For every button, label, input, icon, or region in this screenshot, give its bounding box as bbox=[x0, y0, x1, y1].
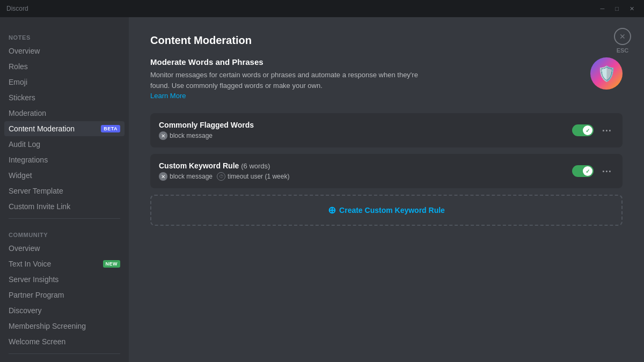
sidebar-item-overview-community[interactable]: Overview bbox=[4, 241, 125, 256]
plus-icon: ⊕ bbox=[328, 204, 336, 216]
block-icon-custom: ✕ bbox=[159, 172, 167, 181]
tag-label: block message bbox=[170, 132, 213, 139]
tag-label-timeout: timeout user (1 week) bbox=[228, 173, 289, 180]
sidebar-item-emoji[interactable]: Emoji bbox=[4, 75, 125, 90]
sidebar: NOTES Overview Roles Emoji Stickers Mode… bbox=[0, 17, 129, 362]
sidebar-item-label: Overview bbox=[9, 244, 40, 253]
sidebar-item-content-moderation[interactable]: Content Moderation BETA bbox=[4, 121, 125, 136]
sidebar-item-label: Text In Voice bbox=[9, 260, 51, 268]
sidebar-item-label: Widget bbox=[9, 171, 32, 180]
toggle-commonly-flagged[interactable]: ✓ bbox=[572, 124, 594, 136]
description-body: Monitor messages for certain words or ph… bbox=[150, 70, 419, 91]
beta-badge: BETA bbox=[101, 125, 120, 132]
close-button[interactable]: ✕ bbox=[626, 4, 638, 13]
sidebar-item-server-template[interactable]: Server Template bbox=[4, 183, 125, 198]
rule-tag-block: ✕ block message bbox=[159, 131, 213, 140]
sidebar-item-tiv-inner: Text In Voice bbox=[9, 260, 51, 268]
clock-icon: ⏱ bbox=[217, 172, 225, 181]
block-icon: ✕ bbox=[159, 131, 167, 140]
titlebar-title: Discord bbox=[6, 5, 28, 12]
titlebar-controls: ─ □ ✕ bbox=[597, 4, 638, 13]
sidebar-item-stickers[interactable]: Stickers bbox=[4, 90, 125, 105]
sidebar-item-audit-log[interactable]: Audit Log bbox=[4, 137, 125, 152]
tag-label-block: block message bbox=[170, 173, 213, 180]
sidebar-item-label: Membership Screening bbox=[9, 322, 86, 330]
rule-card-left: Commonly Flagged Words ✕ block message bbox=[159, 121, 572, 140]
new-badge: NEW bbox=[103, 260, 121, 268]
maximize-button[interactable]: □ bbox=[612, 4, 622, 13]
sidebar-item-label: Welcome Screen bbox=[9, 337, 65, 346]
sidebar-item-label: Server Template bbox=[9, 187, 63, 195]
page-title: Content Moderation bbox=[150, 34, 623, 47]
check-icon-custom: ✓ bbox=[586, 168, 590, 174]
sidebar-item-server-insights[interactable]: Server Insights bbox=[4, 272, 125, 287]
sidebar-item-label: Audit Log bbox=[9, 140, 40, 149]
sidebar-item-label: Partner Program bbox=[9, 291, 64, 299]
more-options-button[interactable]: ⋯ bbox=[599, 123, 614, 138]
toggle-custom-keyword[interactable]: ✓ bbox=[572, 165, 594, 177]
sidebar-item-custom-invite-link[interactable]: Custom Invite Link bbox=[4, 199, 125, 214]
rule-word-count: (6 words) bbox=[241, 162, 270, 170]
rule-card-left-custom: Custom Keyword Rule (6 words) ✕ block me… bbox=[159, 161, 572, 181]
rule-card-right-custom: ✓ ⋯ bbox=[572, 164, 614, 179]
mascot-avatar: 🛡️ bbox=[590, 57, 623, 90]
sidebar-item-widget[interactable]: Widget bbox=[4, 168, 125, 183]
sidebar-item-label: Stickers bbox=[9, 93, 35, 102]
sidebar-item-partner-program[interactable]: Partner Program bbox=[4, 287, 125, 302]
minimize-button[interactable]: ─ bbox=[597, 4, 608, 13]
rule-card-commonly-flagged: Commonly Flagged Words ✕ block message ✓… bbox=[150, 113, 623, 147]
sidebar-item-content-moderation-inner: Content Moderation bbox=[9, 124, 75, 133]
sidebar-item-server-boost[interactable]: Server Boost Status 💜 bbox=[4, 358, 125, 362]
sidebar-item-label: Emoji bbox=[9, 78, 27, 86]
learn-more-link[interactable]: Learn More bbox=[150, 92, 186, 100]
rule-tag-block-custom: ✕ block message bbox=[159, 172, 213, 181]
esc-button[interactable]: ✕ ESC bbox=[614, 28, 631, 54]
sidebar-item-label: Server Insights bbox=[9, 275, 58, 284]
sidebar-item-label: Content Moderation bbox=[9, 124, 75, 133]
sidebar-item-welcome-screen[interactable]: Welcome Screen bbox=[4, 334, 125, 349]
rule-card-custom-keyword: Custom Keyword Rule (6 words) ✕ block me… bbox=[150, 154, 623, 188]
app-container: NOTES Overview Roles Emoji Stickers Mode… bbox=[0, 17, 644, 362]
description-box: Moderate Words and Phrases Monitor messa… bbox=[150, 57, 623, 100]
more-options-button-custom[interactable]: ⋯ bbox=[599, 164, 614, 179]
rule-card-title-custom: Custom Keyword Rule (6 words) bbox=[159, 161, 572, 170]
section-label-community: COMMUNITY bbox=[4, 223, 125, 240]
sidebar-item-overview-notes[interactable]: Overview bbox=[4, 43, 125, 58]
create-rule-button[interactable]: ⊕ Create Custom Keyword Rule bbox=[328, 204, 445, 216]
sidebar-item-label: Overview bbox=[9, 47, 40, 55]
toggle-knob: ✓ bbox=[583, 125, 592, 135]
rule-card-title: Commonly Flagged Words bbox=[159, 121, 572, 129]
check-icon: ✓ bbox=[586, 128, 590, 134]
rule-card-tags: ✕ block message bbox=[159, 131, 572, 140]
sidebar-item-roles[interactable]: Roles bbox=[4, 59, 125, 74]
esc-circle: ✕ bbox=[614, 28, 631, 45]
sidebar-item-membership-screening[interactable]: Membership Screening bbox=[4, 319, 125, 334]
toggle-knob-custom: ✓ bbox=[583, 166, 592, 176]
rule-card-tags-custom: ✕ block message ⏱ timeout user (1 week) bbox=[159, 172, 572, 181]
sidebar-item-label: Custom Invite Link bbox=[9, 202, 70, 211]
section-label-notes: NOTES bbox=[4, 26, 125, 43]
esc-label: ESC bbox=[617, 47, 629, 54]
create-rule-box[interactable]: ⊕ Create Custom Keyword Rule bbox=[150, 195, 623, 226]
sidebar-divider-2 bbox=[9, 353, 120, 354]
sidebar-item-label: Integrations bbox=[9, 156, 48, 164]
sidebar-divider-1 bbox=[9, 218, 120, 219]
sidebar-item-discovery[interactable]: Discovery bbox=[4, 303, 125, 318]
sidebar-item-label: Moderation bbox=[9, 109, 46, 117]
description-text: Moderate Words and Phrases Monitor messa… bbox=[150, 57, 419, 100]
main-content: ✕ ESC Content Moderation Moderate Words … bbox=[129, 17, 644, 362]
sidebar-item-integrations[interactable]: Integrations bbox=[4, 152, 125, 167]
rule-tag-timeout: ⏱ timeout user (1 week) bbox=[217, 172, 289, 181]
titlebar: Discord ─ □ ✕ bbox=[0, 0, 644, 17]
sidebar-item-moderation[interactable]: Moderation bbox=[4, 106, 125, 121]
sidebar-item-label: Discovery bbox=[9, 306, 41, 315]
sidebar-item-label: Roles bbox=[9, 62, 28, 71]
create-rule-label: Create Custom Keyword Rule bbox=[339, 206, 445, 215]
sidebar-item-text-in-voice[interactable]: Text In Voice NEW bbox=[4, 256, 125, 271]
description-heading: Moderate Words and Phrases bbox=[150, 57, 419, 67]
rule-card-right: ✓ ⋯ bbox=[572, 123, 614, 138]
